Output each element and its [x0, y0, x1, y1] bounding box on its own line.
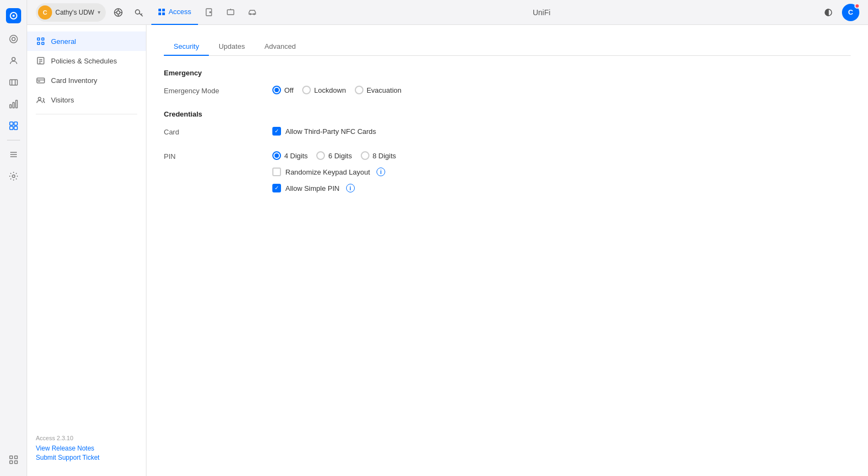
simple-pin-info-icon[interactable]: i [346, 184, 355, 192]
credentials-section-title: Credentials [164, 110, 851, 118]
checkbox-allow-nfc-box: ✓ [272, 127, 281, 136]
card-row: Card ✓ Allow Third-Party NFC Cards [164, 127, 851, 140]
svg-rect-9 [16, 100, 17, 108]
view-release-notes-link[interactable]: View Release Notes [36, 445, 137, 452]
emergency-mode-row: Emergency Mode Off Lockdown Evacuation [164, 86, 851, 99]
radio-8digits-label: 8 Digits [373, 152, 396, 160]
svg-point-2 [10, 35, 17, 43]
sidebar-divider [36, 114, 137, 114]
sidebar-nav-stats[interactable] [4, 94, 23, 114]
radio-4digits-dot [275, 153, 279, 158]
radio-8digits-circle [361, 151, 369, 160]
version-label: Access 2.3.10 [36, 435, 137, 441]
radio-6digits-circle [316, 151, 325, 160]
svg-point-17 [12, 175, 15, 178]
radio-lockdown-circle [302, 86, 311, 94]
sidebar-nav-settings[interactable] [4, 166, 23, 186]
radio-4digits-circle [272, 151, 281, 160]
radio-6digits-label: 6 Digits [328, 152, 352, 160]
chevron-down-icon: ▾ [98, 9, 100, 15]
randomize-info-icon[interactable]: i [376, 168, 385, 176]
card-label: Card [164, 127, 272, 136]
svg-rect-10 [10, 122, 13, 125]
sidebar-nav-users[interactable] [4, 51, 23, 70]
radio-6digits[interactable]: 6 Digits [316, 151, 352, 160]
header-target-icon[interactable] [110, 4, 126, 21]
svg-rect-37 [227, 10, 234, 15]
svg-point-3 [12, 37, 15, 41]
radio-off-label: Off [284, 86, 293, 94]
current-user-avatar[interactable]: C [842, 4, 859, 21]
nav-tab-door[interactable] [198, 0, 220, 25]
svg-point-23 [117, 11, 120, 14]
checkbox-randomize[interactable]: Randomize Keypad Layout i [272, 168, 385, 176]
svg-rect-34 [162, 12, 165, 15]
pin-row: PIN 4 Digits 6 Digits 8 Di [164, 151, 851, 197]
sidebar-nav-grid[interactable] [4, 450, 23, 469]
checkbox-randomize-box [272, 168, 281, 176]
svg-rect-31 [158, 9, 161, 11]
tab-security[interactable]: Security [164, 38, 209, 56]
user-menu[interactable]: C Cathy's UDW ▾ [36, 3, 106, 22]
svg-rect-8 [12, 102, 14, 108]
sidebar: General Policies & Schedules [27, 25, 146, 476]
nav-tab-access-label: Access [169, 8, 192, 16]
svg-rect-4 [10, 80, 17, 85]
general-icon [36, 36, 46, 46]
emergency-section-title: Emergency [164, 69, 851, 77]
sidebar-item-visitors[interactable]: Visitors [27, 90, 146, 110]
content-area: Security Updates Advanced Emergency Emer… [146, 25, 868, 476]
svg-rect-12 [10, 126, 13, 130]
sidebar-nav-overview[interactable] [4, 29, 23, 49]
main-container: General Policies & Schedules [27, 25, 868, 476]
card-controls: ✓ Allow Third-Party NFC Cards [272, 127, 851, 136]
sidebar-item-general-label: General [51, 37, 76, 46]
sidebar-item-policies-label: Policies & Schedules [51, 57, 117, 65]
pin-digits-row: 4 Digits 6 Digits 8 Digits [272, 151, 396, 160]
sidebar-nav-access[interactable] [4, 116, 23, 136]
svg-line-30 [141, 14, 142, 15]
visitors-icon [36, 95, 46, 105]
radio-4digits[interactable]: 4 Digits [272, 151, 308, 160]
radio-evacuation[interactable]: Evacuation [355, 86, 401, 94]
sidebar-item-policies[interactable]: Policies & Schedules [27, 51, 146, 70]
submit-support-ticket-link[interactable]: Submit Support Ticket [36, 454, 137, 461]
user-name-label: Cathy's UDW [55, 9, 94, 16]
sidebar-item-card-inventory-label: Card Inventory [51, 76, 97, 85]
header-right: C [820, 4, 859, 21]
svg-rect-20 [10, 461, 12, 464]
svg-rect-7 [10, 105, 11, 108]
sidebar-nav-devices[interactable] [4, 73, 23, 92]
svg-rect-43 [42, 38, 44, 40]
svg-rect-13 [14, 126, 17, 130]
checkbox-check-icon: ✓ [275, 128, 279, 134]
sidebar-nav-list[interactable] [4, 145, 23, 164]
svg-rect-21 [15, 461, 17, 464]
notification-badge [854, 3, 860, 9]
nav-tab-device[interactable] [220, 0, 241, 25]
sidebar-footer: Access 2.3.10 View Release Notes Submit … [27, 428, 146, 469]
tab-updates[interactable]: Updates [209, 38, 254, 56]
svg-rect-50 [37, 78, 44, 83]
radio-8digits[interactable]: 8 Digits [361, 151, 396, 160]
nav-tab-car[interactable] [241, 0, 263, 25]
svg-point-28 [135, 10, 139, 14]
svg-point-1 [12, 15, 15, 17]
icon-rail [0, 0, 27, 476]
nav-tab-access[interactable]: Access [151, 0, 198, 25]
checkbox-allow-nfc-label: Allow Third-Party NFC Cards [285, 127, 376, 136]
sidebar-item-general[interactable]: General [27, 31, 146, 51]
sidebar-item-card-inventory[interactable]: Card Inventory [27, 70, 146, 90]
checkbox-allow-nfc[interactable]: ✓ Allow Third-Party NFC Cards [272, 127, 376, 136]
policies-icon [36, 56, 46, 66]
tab-advanced[interactable]: Advanced [254, 38, 305, 56]
radio-lockdown[interactable]: Lockdown [302, 86, 346, 94]
radio-off[interactable]: Off [272, 86, 293, 94]
checkbox-allow-simple-pin-box: ✓ [272, 184, 281, 192]
header-key-icon[interactable] [131, 4, 147, 21]
emergency-mode-label: Emergency Mode [164, 86, 272, 95]
checkbox-allow-simple-pin[interactable]: ✓ Allow Simple PIN i [272, 184, 355, 192]
radio-lockdown-label: Lockdown [314, 86, 346, 94]
radio-4digits-label: 4 Digits [284, 152, 308, 160]
theme-toggle-icon[interactable] [820, 4, 837, 21]
